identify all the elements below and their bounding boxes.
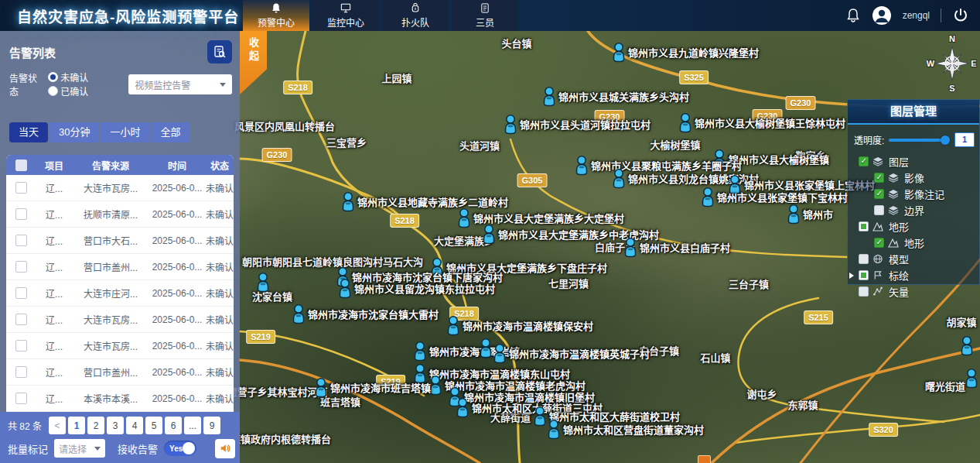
table-row[interactable]: 辽...大连市庄河...2025-06-0...未确认 <box>6 280 234 307</box>
map-marker[interactable]: 锦州市义县大定堡满族乡中老虎沟村 <box>481 224 497 244</box>
layer-node-边界: 边界 <box>848 202 979 218</box>
opacity-slider-knob[interactable] <box>941 135 950 145</box>
map-marker[interactable]: 锦州市义县白庙子村 <box>623 237 638 257</box>
row-checkbox[interactable] <box>15 208 27 220</box>
table-row[interactable]: 辽...营口市盖州...2025-06-0...未确认 <box>6 359 234 386</box>
row-checkbox[interactable] <box>15 340 27 352</box>
receive-alert-toggle[interactable]: Yes <box>164 441 196 456</box>
row-checkbox[interactable] <box>15 366 27 378</box>
map-marker[interactable] <box>964 368 979 388</box>
tab-扑火队[interactable]: 扑火队 <box>382 0 449 31</box>
avatar[interactable] <box>872 5 892 26</box>
map-marker[interactable]: 锦州市太和区大薛街道三屯村 <box>455 397 470 417</box>
map-marker[interactable]: 锦州市义县九道岭镇兴隆堡村 <box>611 42 627 62</box>
map-marker[interactable]: 锦州市凌海市班吉塔镇 <box>313 377 329 397</box>
time-filter-全部[interactable]: 全部 <box>152 122 190 142</box>
map-marker[interactable]: 锦州市义县头道河镇拉拉屯村 <box>503 114 518 134</box>
map-marker[interactable]: 锦州市凌海市翠岩镇 <box>412 341 428 361</box>
pager-page-5[interactable]: 5 <box>145 417 162 434</box>
map-marker[interactable]: 锦州市 <box>786 204 801 224</box>
batch-mark-label: 批量标记 <box>8 441 48 456</box>
layer-checkbox[interactable] <box>874 189 884 199</box>
map-marker[interactable]: 锦州市凌海市沈家台镇大雷村 <box>291 304 306 324</box>
layer-checkbox[interactable] <box>859 270 869 280</box>
header-right: zengql <box>845 0 969 31</box>
opacity-value-input[interactable]: 1 <box>954 132 975 147</box>
row-checkbox[interactable] <box>15 182 27 194</box>
expand-arrow-icon[interactable] <box>849 273 854 279</box>
alert-type-select[interactable]: 视频监控告警 <box>128 74 232 94</box>
cell-project: 辽... <box>36 260 73 273</box>
pager-page-6[interactable]: 6 <box>165 417 182 434</box>
marker-label: 锦州市凌海市班吉塔镇 <box>330 380 431 395</box>
tab-预警中心[interactable]: 预警中心 <box>243 0 309 31</box>
time-filter-一小时[interactable]: 一小时 <box>101 122 149 142</box>
pager-page-9[interactable]: 9 <box>203 417 220 434</box>
row-checkbox[interactable] <box>15 393 27 404</box>
pager-page-2[interactable]: 2 <box>87 417 104 434</box>
layer-checkbox[interactable] <box>874 205 884 215</box>
batch-mark-select[interactable]: 请选择 <box>54 439 105 458</box>
marker-label: 锦州市义县九道岭镇兴隆堡村 <box>628 45 759 60</box>
map-marker[interactable]: 锦州市义县刘龙台镇姚家沟村 <box>611 168 627 188</box>
table-row[interactable]: 辽...大连市瓦房...2025-06-0...未确认 <box>6 175 234 201</box>
row-checkbox[interactable] <box>15 314 27 325</box>
layer-node-影像: 影像 <box>848 170 979 186</box>
chevron-down-icon <box>220 83 226 87</box>
pager-page-1[interactable]: 1 <box>68 417 85 434</box>
map-marker[interactable]: 锦州市义县大榆树堡镇王馀林屯村 <box>678 112 693 132</box>
time-filter-30分钟[interactable]: 30分钟 <box>50 122 99 142</box>
layer-checkbox[interactable] <box>859 286 869 297</box>
row-checkbox[interactable] <box>15 287 27 299</box>
layer-checkbox[interactable] <box>859 221 869 232</box>
map-marker[interactable]: 锦州市义县聚粮屯满族乡羊圈子村 <box>574 155 589 175</box>
table-row[interactable]: 辽...大连市瓦房...2025-06-0...未确认 <box>6 333 234 359</box>
marker-label: 锦州市义县张家堡镇下宝林村 <box>717 190 848 204</box>
cell-status: 未确认 <box>206 181 234 194</box>
time-filter-当天[interactable]: 当天 <box>9 122 48 142</box>
row-checkbox[interactable] <box>15 261 27 273</box>
select-all-checkbox[interactable] <box>15 159 27 171</box>
layer-checkbox[interactable] <box>859 156 869 166</box>
map-marker[interactable]: 锦州市凌海市温滴楼镇英城子村 <box>492 343 507 363</box>
alert-query-button[interactable] <box>207 40 232 63</box>
power-logout-icon[interactable] <box>952 7 969 24</box>
pager-ellipsis[interactable]: ... <box>184 417 201 434</box>
road-badge: S218 <box>283 81 312 94</box>
person-marker-icon <box>340 201 356 214</box>
poi-icon[interactable] <box>698 455 711 463</box>
table-row[interactable]: 辽...本溪市本溪...2025-06-0...未确认 <box>6 386 234 412</box>
layer-panel-title: 图层管理 <box>848 100 979 125</box>
opacity-slider[interactable] <box>889 139 948 142</box>
layer-label: 影像注记 <box>904 187 944 201</box>
map-marker[interactable]: 锦州市凌海市温滴楼镇保安村 <box>446 315 461 335</box>
collapse-label: 收起 <box>246 37 261 63</box>
table-row[interactable]: 辽...营口市盖州...2025-06-0...未确认 <box>6 254 234 280</box>
pager-prev[interactable]: < <box>49 417 66 434</box>
table-row[interactable]: 辽...营口市大石...2025-06-0...未确认 <box>6 228 234 254</box>
notification-bell-icon[interactable] <box>845 8 861 23</box>
layer-checkbox[interactable] <box>859 254 869 264</box>
map-marker[interactable] <box>959 335 975 355</box>
map-marker[interactable]: 锦州市太和区营盘街道董家沟村 <box>546 419 562 439</box>
map-marker[interactable] <box>255 272 271 292</box>
table-row[interactable]: 辽...大连市瓦房...2025-06-0...未确认 <box>6 307 234 333</box>
map-marker[interactable]: 锦州市太和区大薛街道校卫村 <box>532 406 548 426</box>
layer-checkbox[interactable] <box>874 173 884 183</box>
map-marker[interactable]: 锦州市义县留龙沟镇东拉拉屯村 <box>337 278 353 298</box>
tab-监控中心[interactable]: 监控中心 <box>312 0 379 31</box>
layer-checkbox[interactable] <box>874 238 884 248</box>
map-marker[interactable]: 锦州市义县大定堡满族乡大定堡村 <box>456 207 472 228</box>
radio-已确认[interactable]: 已确认 <box>48 84 88 98</box>
map-marker[interactable]: 锦州市义县张家堡镇下宝林村 <box>700 187 715 207</box>
table-row[interactable]: 辽...抚顺市清原...2025-06-0...未确认 <box>6 201 234 228</box>
radio-未确认[interactable]: 未确认 <box>48 70 88 84</box>
pager-page-4[interactable]: 4 <box>126 417 143 434</box>
row-checkbox[interactable] <box>15 235 27 246</box>
tab-三员[interactable]: 三员 <box>452 0 518 31</box>
sound-button[interactable] <box>215 439 235 458</box>
map-marker[interactable]: 锦州市义县城关满族乡头沟村 <box>541 86 557 106</box>
pager-page-3[interactable]: 3 <box>107 417 124 434</box>
map-marker[interactable] <box>478 338 493 358</box>
map-marker[interactable]: 锦州市义县地藏寺满族乡二道岭村 <box>340 191 356 211</box>
